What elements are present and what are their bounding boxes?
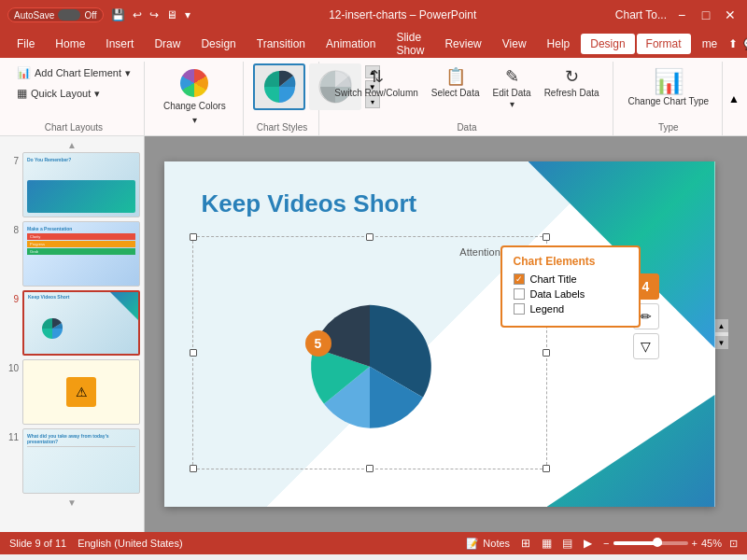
refresh-icon: ↻ xyxy=(565,67,579,88)
quick-layout-button[interactable]: ▦ Quick Layout ▾ xyxy=(11,84,136,103)
slide-img-11[interactable]: What did you take away from today's pres… xyxy=(22,428,140,494)
menu-review[interactable]: Review xyxy=(435,34,490,54)
handle-tr[interactable] xyxy=(543,233,550,241)
handle-tm[interactable] xyxy=(366,233,374,241)
add-chart-element-button[interactable]: 📊 Add Chart Element ▾ xyxy=(11,63,136,82)
scrollbar-down-button[interactable]: ▼ xyxy=(715,336,728,349)
slide-img-8[interactable]: Make a Presentation Clarity Progress Gra… xyxy=(22,221,140,287)
notes-icon: 📝 xyxy=(466,538,479,550)
menu-chartdesign[interactable]: Design xyxy=(581,34,634,54)
notes-label: Notes xyxy=(483,538,510,549)
scrollbar-up-button[interactable]: ▲ xyxy=(715,319,728,332)
redo-icon[interactable]: ↪ xyxy=(149,8,159,21)
comments-icon[interactable]: 💬 xyxy=(743,37,747,50)
minimize-button[interactable]: − xyxy=(672,6,691,24)
slide-sorter-button[interactable]: ▦ xyxy=(538,535,555,552)
data-group: ⇅ Switch Row/Column 📋 Select Data ✎ Edit… xyxy=(321,62,613,135)
refresh-data-button[interactable]: ↻ Refresh Data xyxy=(539,63,605,103)
chart-title-item[interactable]: Chart Title xyxy=(514,273,627,285)
chart-styles-label: Chart Styles xyxy=(253,120,312,135)
slide-img-9[interactable]: Keep Videos Short xyxy=(22,290,140,356)
chart-style-1[interactable] xyxy=(253,63,305,110)
type-label: Type xyxy=(623,120,715,135)
handle-bl[interactable] xyxy=(190,465,197,472)
notes-button[interactable]: 📝 Notes xyxy=(466,538,510,550)
ribbon-collapse-button[interactable]: ▲ xyxy=(728,92,740,105)
chart-layouts-group: 📊 Add Chart Element ▾ ▦ Quick Layout ▾ C… xyxy=(4,62,145,135)
menu-design[interactable]: Design xyxy=(191,34,245,54)
handle-bm[interactable] xyxy=(366,465,374,472)
autosave-toggle[interactable] xyxy=(58,9,80,21)
menu-file[interactable]: File xyxy=(7,34,44,54)
view-icons: ⊞ ▦ ▤ ▶ xyxy=(517,535,596,552)
type-group: 📊 Change Chart Type Type xyxy=(615,62,724,135)
slide-thumb-11[interactable]: 11 What did you take away from today's p… xyxy=(4,428,140,494)
zoom-out-button[interactable]: − xyxy=(603,538,609,549)
edit-data-button[interactable]: ✎ Edit Data ▾ xyxy=(487,63,537,114)
undo-icon[interactable]: ↩ xyxy=(133,8,142,21)
legend-item[interactable]: Legend xyxy=(514,303,627,315)
change-colors-button[interactable]: Change Colors ▾ xyxy=(154,63,235,131)
chart-title-checkbox[interactable] xyxy=(514,273,525,285)
add-chart-icon: 📊 xyxy=(17,66,31,79)
handle-mr[interactable] xyxy=(543,349,550,357)
menu-view[interactable]: View xyxy=(493,34,536,54)
chart-type-icon: 📊 xyxy=(654,67,684,96)
data-labels-checkbox[interactable] xyxy=(514,288,525,300)
menu-home[interactable]: Home xyxy=(46,34,94,54)
slide-thumb-7[interactable]: 7 Do You Remember? xyxy=(4,152,140,217)
normal-view-button[interactable]: ⊞ xyxy=(517,535,534,552)
step-5-badge: 5 xyxy=(305,330,331,357)
close-button[interactable]: ✕ xyxy=(721,6,740,24)
handle-tl[interactable] xyxy=(190,233,197,241)
chart-elements-popup: Chart Elements Chart Title Data Labels L… xyxy=(500,245,641,328)
chart-filters-button[interactable]: ▽ xyxy=(633,333,659,359)
slide-info: Slide 9 of 11 xyxy=(9,538,66,549)
slideshow-button[interactable]: ▶ xyxy=(579,535,596,552)
slide-thumb-8[interactable]: 8 Make a Presentation Clarity Progress G… xyxy=(4,221,140,287)
slide-num-10: 10 xyxy=(4,363,19,373)
menu-draw[interactable]: Draw xyxy=(145,34,190,54)
select-data-button[interactable]: 📋 Select Data xyxy=(426,63,486,103)
change-chart-type-button[interactable]: 📊 Change Chart Type xyxy=(623,63,715,111)
menu-transition[interactable]: Transition xyxy=(247,34,315,54)
menu-format[interactable]: Format xyxy=(637,34,691,54)
zoom-thumb xyxy=(653,538,662,547)
menu-animation[interactable]: Animation xyxy=(317,34,385,54)
workspace: ▲ 7 Do You Remember? 8 Make a Presentati… xyxy=(0,136,747,532)
select-data-icon: 📋 xyxy=(445,67,466,88)
slide-thumb-10[interactable]: 10 ⚠ xyxy=(4,359,140,425)
slide-img-10[interactable]: ⚠ xyxy=(22,359,140,425)
menu-insert[interactable]: Insert xyxy=(96,34,143,54)
data-buttons: ⇅ Switch Row/Column 📋 Select Data ✎ Edit… xyxy=(329,63,604,114)
status-bar: Slide 9 of 11 English (United States) 📝 … xyxy=(0,532,747,554)
legend-checkbox[interactable] xyxy=(514,303,525,315)
zoom-bar: − + 45% xyxy=(603,538,722,549)
monitor-icon[interactable]: 🖥 xyxy=(166,8,177,21)
save-icon[interactable]: 💾 xyxy=(111,8,125,21)
handle-br[interactable] xyxy=(543,465,550,472)
slide-thumb-9[interactable]: 9 Keep Videos Short xyxy=(4,290,140,356)
maximize-button[interactable]: □ xyxy=(697,6,715,24)
chart-container[interactable]: Attention Span xyxy=(192,236,547,469)
menu-slideshow[interactable]: Slide Show xyxy=(387,27,433,61)
slide-panel-scroll-up[interactable]: ▲ xyxy=(4,140,140,150)
context-title: Chart To... xyxy=(615,8,667,21)
zoom-in-button[interactable]: + xyxy=(692,538,698,549)
language-label: English (United States) xyxy=(78,538,183,549)
slide-canvas: Keep Videos Short Attention Span xyxy=(164,161,715,507)
slide-img-7[interactable]: Do You Remember? xyxy=(22,152,140,217)
slide-panel-scroll-down[interactable]: ▼ xyxy=(4,497,140,508)
menu-help[interactable]: Help xyxy=(538,34,580,54)
chart-styles-group: ▲ ▼ ▾ Chart Styles xyxy=(246,62,320,135)
zoom-slider[interactable] xyxy=(613,541,688,545)
reading-view-button[interactable]: ▤ xyxy=(558,535,575,552)
menu-me[interactable]: me xyxy=(693,34,727,54)
switch-row-col-button[interactable]: ⇅ Switch Row/Column xyxy=(329,63,423,103)
handle-ml[interactable] xyxy=(190,349,197,357)
share-icon[interactable]: ⬆ xyxy=(728,37,738,50)
ribbon: 📊 Add Chart Element ▾ ▦ Quick Layout ▾ C… xyxy=(0,58,747,136)
autosave-badge[interactable]: AutoSave Off xyxy=(7,7,104,22)
fit-to-window-button[interactable]: ⊡ xyxy=(729,538,738,550)
data-labels-item[interactable]: Data Labels xyxy=(514,288,627,300)
